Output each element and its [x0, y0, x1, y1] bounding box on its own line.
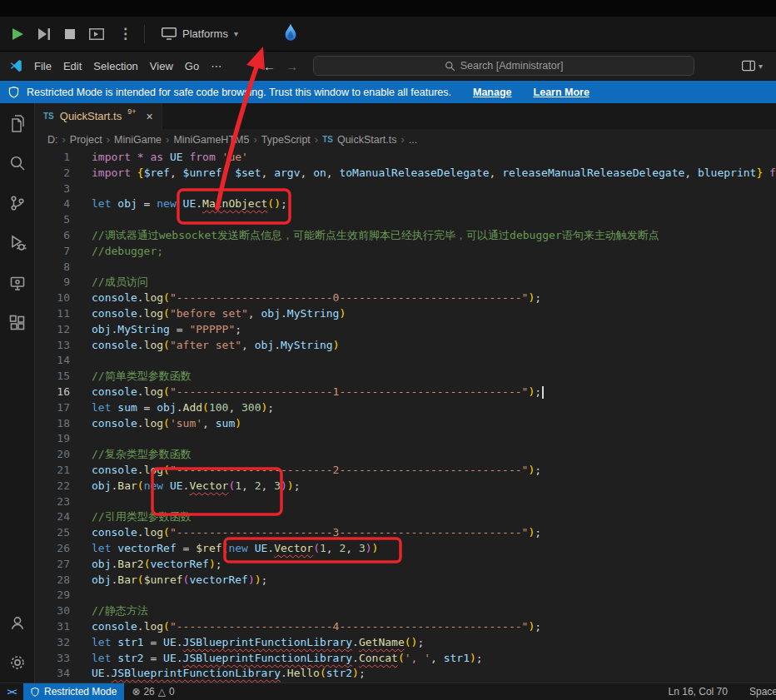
menu-selection[interactable]: Selection: [87, 60, 143, 72]
account-icon[interactable]: [0, 603, 35, 643]
toolbar-divider: [144, 25, 145, 43]
line-number: 19: [35, 431, 92, 447]
breadcrumb-item[interactable]: D:: [47, 134, 58, 146]
code-line[interactable]: 34UE.JSBlueprintFunctionLibrary.Hello(st…: [35, 666, 776, 682]
tab-quickstart[interactable]: TS QuickStart.ts 9+ ×: [35, 103, 162, 129]
command-center-search[interactable]: Search [Administrator]: [313, 56, 694, 76]
breadcrumb-item[interactable]: Project: [70, 134, 102, 146]
line-number: 33: [35, 651, 92, 667]
remote-indicator[interactable]: ><: [0, 683, 23, 700]
menu-file[interactable]: File: [28, 60, 57, 72]
cursor-position-status[interactable]: Ln 16, Col 70: [669, 686, 728, 698]
search-icon[interactable]: [0, 143, 35, 183]
playback-controls: ⋮: [12, 27, 132, 41]
menu-overflow[interactable]: ⋯: [205, 60, 227, 72]
code-line[interactable]: 30//静态方法: [35, 603, 776, 619]
indentation-status[interactable]: Spaces: [749, 686, 776, 698]
learn-more-link[interactable]: Learn More: [534, 87, 589, 98]
status-bar-right: Ln 16, Col 70 Spaces: [669, 686, 776, 698]
main-area: TS QuickStart.ts 9+ × D: › Project › Min…: [0, 103, 776, 683]
code-line[interactable]: 23: [35, 494, 776, 510]
code-line[interactable]: 14: [35, 353, 776, 369]
manage-link[interactable]: Manage: [473, 87, 512, 98]
puerts-flame-button[interactable]: [281, 22, 300, 45]
navigate-back-button[interactable]: ←: [258, 59, 281, 73]
code-line[interactable]: 13console.log("after set", obj.MyString): [35, 338, 776, 354]
navigate-forward-button[interactable]: →: [281, 59, 303, 73]
layout-customize-button[interactable]: ▾: [735, 60, 769, 72]
toolbar-overflow-button[interactable]: ⋮: [118, 27, 132, 41]
menu-view[interactable]: View: [144, 60, 179, 72]
layout-icon: [742, 60, 755, 72]
code-line[interactable]: 5: [35, 212, 776, 228]
menu-go[interactable]: Go: [179, 60, 205, 72]
code-line[interactable]: 11console.log("before set", obj.MyString…: [35, 306, 776, 322]
launch-button[interactable]: [89, 28, 104, 40]
code-line[interactable]: 18console.log('sum', sum): [35, 416, 776, 432]
code-line[interactable]: 4let obj = new UE.MainObject();: [35, 196, 776, 212]
code-line[interactable]: 16console.log("------------------------1…: [35, 385, 776, 400]
stop-button[interactable]: [65, 29, 75, 39]
code-line[interactable]: 7//debugger;: [35, 244, 776, 260]
menu-edit[interactable]: Edit: [57, 60, 87, 72]
chevron-right-icon: ›: [107, 133, 110, 146]
error-count: 26: [143, 686, 154, 698]
breadcrumb-item[interactable]: MiniGameHTM5: [173, 134, 249, 146]
code-line[interactable]: 29: [35, 588, 776, 603]
text-cursor: [542, 386, 544, 399]
status-bar: >< Restricted Mode ⊗ 26 △ 0 Ln 16, Col 7…: [0, 683, 776, 700]
code-line[interactable]: 2import {$ref, $unref, $set, argv, on, t…: [35, 166, 776, 181]
extensions-icon[interactable]: [0, 303, 35, 343]
code-line[interactable]: 15//简单类型参数函数: [35, 369, 776, 385]
warning-icon: △: [158, 686, 166, 698]
breadcrumb-item[interactable]: QuickStart.ts: [337, 134, 397, 146]
code-line[interactable]: 10console.log("------------------------0…: [35, 290, 776, 306]
breadcrumb-item[interactable]: MiniGame: [114, 134, 162, 146]
breadcrumb-item[interactable]: TypeScript: [261, 134, 311, 146]
code-line[interactable]: 25console.log("------------------------3…: [35, 525, 776, 541]
code-lines: 1import * as UE from 'ue'2import {$ref, …: [35, 150, 776, 682]
code-line[interactable]: 19: [35, 431, 776, 447]
close-icon[interactable]: ×: [146, 110, 152, 123]
line-number: 4: [35, 196, 92, 212]
platforms-dropdown[interactable]: Platforms ▾: [157, 24, 243, 43]
code-line[interactable]: 17let sum = obj.Add(100, 300);: [35, 400, 776, 416]
chevron-right-icon: ›: [400, 133, 404, 146]
code-line[interactable]: 32let str1 = UE.JSBlueprintFunctionLibra…: [35, 635, 776, 651]
play-button[interactable]: [12, 27, 24, 41]
ue-window-titlebar: [0, 0, 776, 17]
breadcrumb: D: › Project › MiniGame › MiniGameHTM5 ›…: [35, 129, 776, 150]
platforms-label: Platforms: [182, 27, 228, 40]
source-control-icon[interactable]: [0, 183, 35, 223]
code-line[interactable]: 21console.log("------------------------2…: [35, 463, 776, 479]
code-line[interactable]: 33let str2 = UE.JSBlueprintFunctionLibra…: [35, 651, 776, 667]
restricted-mode-status[interactable]: Restricted Mode: [23, 683, 124, 700]
code-line[interactable]: 3: [35, 181, 776, 197]
line-number: 29: [35, 588, 92, 603]
code-line[interactable]: 24//引用类型参数函数: [35, 509, 776, 525]
code-line[interactable]: 22obj.Bar(new UE.Vector(1, 2, 3));: [35, 479, 776, 494]
problems-status[interactable]: ⊗ 26 △ 0: [124, 686, 182, 698]
skip-button[interactable]: [38, 28, 51, 40]
remote-explorer-icon[interactable]: [0, 263, 35, 303]
line-number: 18: [35, 416, 92, 432]
code-line[interactable]: 1import * as UE from 'ue': [35, 150, 776, 166]
tab-label: QuickStart.ts: [60, 110, 122, 122]
code-line[interactable]: 6//调试器通过websocket发送断点信息，可能断点生效前脚本已经执行完毕，…: [35, 228, 776, 244]
search-icon: [445, 61, 455, 72]
code-line[interactable]: 8: [35, 260, 776, 276]
skip-icon: [38, 28, 51, 40]
code-line[interactable]: 9//成员访问: [35, 275, 776, 290]
code-line[interactable]: 20//复杂类型参数函数: [35, 447, 776, 463]
settings-gear-icon[interactable]: [0, 643, 35, 683]
code-line[interactable]: 28obj.Bar($unref(vectorRef));: [35, 573, 776, 588]
code-line[interactable]: 12obj.MyString = "PPPPP";: [35, 322, 776, 338]
vscode-titlebar: File Edit Selection View Go ⋯ ← → Search…: [0, 52, 776, 81]
run-debug-icon[interactable]: [0, 223, 35, 263]
code-line[interactable]: 27obj.Bar2(vectorRef);: [35, 557, 776, 573]
code-editor[interactable]: 1import * as UE from 'ue'2import {$ref, …: [35, 150, 776, 683]
code-line[interactable]: 26let vectorRef = $ref(new UE.Vector(1, …: [35, 541, 776, 557]
explorer-icon[interactable]: [0, 103, 35, 143]
breadcrumb-item[interactable]: ...: [409, 134, 417, 146]
code-line[interactable]: 31console.log("------------------------4…: [35, 619, 776, 635]
